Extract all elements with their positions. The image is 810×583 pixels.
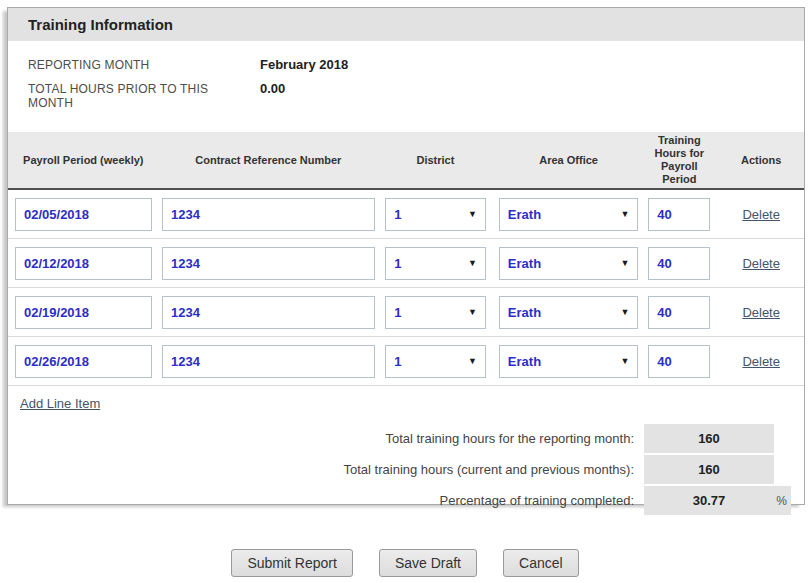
chevron-down-icon: ▼: [620, 258, 629, 268]
total-month-value: 160: [644, 424, 774, 453]
prior-hours-value: 0.00: [260, 81, 285, 96]
header-area-office: Area Office: [499, 154, 639, 167]
table-row: 1 ▼ Erath ▼ Delete: [8, 190, 804, 239]
save-draft-button[interactable]: Save Draft: [379, 549, 477, 577]
district-select-value: 1: [394, 305, 401, 320]
delete-link[interactable]: Delete: [742, 305, 780, 320]
submit-report-button[interactable]: Submit Report: [231, 549, 352, 577]
header-district: District: [385, 154, 486, 167]
actions-cell: Delete: [718, 205, 804, 223]
contract-reference-input[interactable]: [162, 198, 375, 231]
chevron-down-icon: ▼: [620, 356, 629, 366]
percentage-completed-label: Percentage of training completed:: [440, 493, 644, 508]
chevron-down-icon: ▼: [468, 356, 477, 366]
chevron-down-icon: ▼: [620, 209, 629, 219]
panel-title: Training Information: [8, 8, 804, 41]
payroll-period-input[interactable]: [15, 198, 152, 231]
area-office-select[interactable]: Erath ▼: [499, 198, 639, 231]
district-select-value: 1: [394, 256, 401, 271]
chevron-down-icon: ▼: [468, 307, 477, 317]
training-hours-input[interactable]: [648, 198, 710, 231]
percentage-completed-row: Percentage of training completed: 30.77 …: [8, 486, 791, 515]
total-cumulative-suffix: [774, 455, 791, 484]
table-row: 1 ▼ Erath ▼ Delete: [8, 239, 804, 288]
add-line-item-link[interactable]: Add Line Item: [20, 396, 100, 411]
chevron-down-icon: ▼: [468, 209, 477, 219]
total-cumulative-row: Total training hours (current and previo…: [8, 455, 791, 484]
total-cumulative-label: Total training hours (current and previo…: [344, 462, 644, 477]
area-office-select-value: Erath: [508, 256, 541, 271]
area-office-select[interactable]: Erath ▼: [499, 345, 639, 378]
cancel-button[interactable]: Cancel: [503, 549, 579, 577]
district-select[interactable]: 1 ▼: [385, 198, 486, 231]
header-training-hours: Training Hours for Payroll Period: [648, 134, 710, 186]
payroll-period-input[interactable]: [15, 247, 152, 280]
action-button-bar: Submit Report Save Draft Cancel: [0, 549, 810, 577]
reporting-month-label: REPORTING MONTH: [28, 58, 240, 72]
district-select[interactable]: 1 ▼: [385, 296, 486, 329]
area-office-select-value: Erath: [508, 354, 541, 369]
contract-reference-input[interactable]: [162, 345, 375, 378]
actions-cell: Delete: [718, 254, 804, 272]
header-contract-reference: Contract Reference Number: [162, 154, 375, 167]
chevron-down-icon: ▼: [468, 258, 477, 268]
training-hours-input[interactable]: [648, 247, 710, 280]
delete-link[interactable]: Delete: [742, 354, 780, 369]
payroll-period-input[interactable]: [15, 345, 152, 378]
training-hours-input[interactable]: [648, 296, 710, 329]
percentage-completed-value: 30.77: [644, 486, 774, 515]
total-month-label: Total training hours for the reporting m…: [385, 431, 644, 446]
actions-cell: Delete: [718, 352, 804, 370]
prior-hours-row: TOTAL HOURS PRIOR TO THIS MONTH 0.00: [28, 81, 784, 110]
contract-reference-input[interactable]: [162, 296, 375, 329]
contract-reference-input[interactable]: [162, 247, 375, 280]
area-office-select[interactable]: Erath ▼: [499, 247, 639, 280]
area-office-select-value: Erath: [508, 305, 541, 320]
summary-section: REPORTING MONTH February 2018 TOTAL HOUR…: [8, 41, 804, 110]
area-office-select[interactable]: Erath ▼: [499, 296, 639, 329]
actions-cell: Delete: [718, 303, 804, 321]
reporting-month-value: February 2018: [260, 57, 348, 72]
prior-hours-label: TOTAL HOURS PRIOR TO THIS MONTH: [28, 82, 240, 110]
percent-unit: %: [774, 486, 791, 515]
district-select[interactable]: 1 ▼: [385, 247, 486, 280]
training-information-panel: Training Information REPORTING MONTH Feb…: [7, 7, 805, 505]
add-line-row: Add Line Item: [8, 386, 804, 414]
table-row: 1 ▼ Erath ▼ Delete: [8, 288, 804, 337]
reporting-month-row: REPORTING MONTH February 2018: [28, 57, 784, 72]
payroll-period-input[interactable]: [15, 296, 152, 329]
delete-link[interactable]: Delete: [742, 256, 780, 271]
district-select-value: 1: [394, 354, 401, 369]
total-month-row: Total training hours for the reporting m…: [8, 424, 791, 453]
total-cumulative-value: 160: [644, 455, 774, 484]
training-hours-input[interactable]: [648, 345, 710, 378]
district-select-value: 1: [394, 207, 401, 222]
table-row: 1 ▼ Erath ▼ Delete: [8, 337, 804, 386]
table-header-row: Payroll Period (weekly) Contract Referen…: [8, 132, 804, 190]
header-actions: Actions: [718, 154, 804, 167]
delete-link[interactable]: Delete: [742, 207, 780, 222]
area-office-select-value: Erath: [508, 207, 541, 222]
chevron-down-icon: ▼: [620, 307, 629, 317]
header-payroll-period: Payroll Period (weekly): [15, 154, 152, 167]
district-select[interactable]: 1 ▼: [385, 345, 486, 378]
totals-section: Total training hours for the reporting m…: [8, 424, 804, 515]
total-month-suffix: [774, 424, 791, 453]
